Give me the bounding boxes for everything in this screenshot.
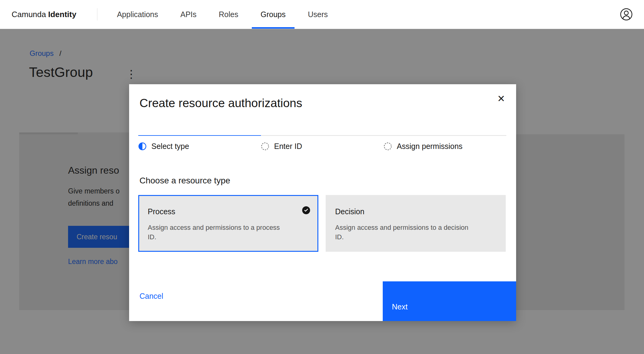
resource-type-heading: Choose a resource type — [139, 176, 230, 186]
top-nav: CamundaIdentity Applications APIs Roles … — [0, 0, 644, 29]
user-avatar-icon — [620, 8, 633, 21]
tile-process[interactable]: Process Assign access and permissions to… — [138, 195, 318, 252]
resource-type-tiles: Process Assign access and permissions to… — [138, 195, 506, 252]
modal-close-button[interactable]: ✕ — [494, 91, 509, 106]
tile-title: Process — [148, 207, 309, 216]
nav-divider — [97, 8, 97, 20]
user-avatar-button[interactable] — [620, 8, 633, 21]
step-label: Assign permissions — [397, 142, 462, 151]
progress-step-select-type[interactable]: Select type — [138, 135, 261, 151]
selected-check-icon — [302, 206, 310, 215]
step-label: Select type — [151, 142, 189, 151]
step-future-icon — [384, 142, 392, 150]
nav-item-applications[interactable]: Applications — [117, 0, 158, 29]
create-resource-authorizations-modal: ✕ Create resource authorizations Select … — [129, 84, 516, 321]
tile-description: Assign access and permissions to a proce… — [148, 223, 282, 242]
nav-item-apis[interactable]: APIs — [180, 0, 197, 29]
close-icon: ✕ — [497, 93, 505, 104]
step-current-icon — [138, 142, 147, 150]
progress-step-enter-id[interactable]: Enter ID — [261, 135, 384, 151]
progress-indicator: Select type Enter ID Assign permissions — [138, 135, 506, 151]
brand[interactable]: CamundaIdentity — [12, 10, 76, 19]
brand-suffix: Identity — [48, 10, 76, 19]
progress-step-assign-permissions[interactable]: Assign permissions — [384, 135, 506, 151]
tile-title: Decision — [335, 207, 496, 216]
nav-item-roles[interactable]: Roles — [219, 0, 238, 29]
step-label: Enter ID — [274, 142, 302, 151]
next-button[interactable]: Next — [383, 281, 516, 321]
cancel-button[interactable]: Cancel — [139, 292, 163, 301]
tile-decision[interactable]: Decision Assign access and permissions t… — [326, 195, 506, 252]
modal-title: Create resource authorizations — [139, 96, 302, 110]
brand-product: Camunda — [12, 10, 46, 19]
nav-item-groups[interactable]: Groups — [261, 0, 286, 29]
nav-items: Applications APIs Roles Groups Users — [117, 0, 328, 29]
step-future-icon — [261, 142, 269, 150]
nav-item-users[interactable]: Users — [308, 0, 328, 29]
tile-description: Assign access and permissions to a decis… — [335, 223, 469, 242]
